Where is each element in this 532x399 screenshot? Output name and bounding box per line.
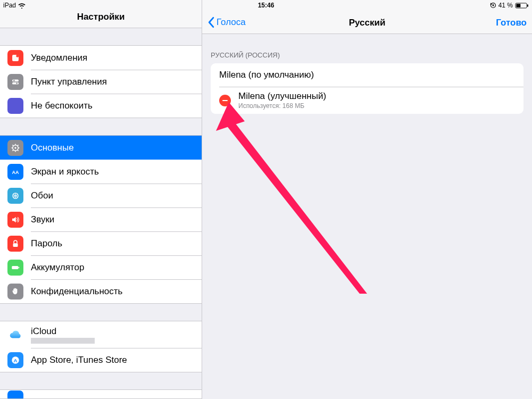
wallpaper-icon — [7, 188, 23, 204]
moon-icon — [7, 98, 23, 114]
lock-icon — [7, 236, 23, 252]
svg-text:AA: AA — [12, 169, 19, 174]
delete-icon[interactable] — [219, 95, 231, 106]
sidebar-item-appstore[interactable]: A App Store, iTunes Store — [0, 348, 202, 372]
svg-line-19 — [12, 149, 13, 151]
sidebar-item-label: iCloud — [31, 326, 95, 337]
sidebar-group-3: iCloud A App Store, iTunes Store — [0, 321, 202, 372]
svg-point-9 — [13, 80, 15, 81]
orientation-lock-icon — [490, 2, 496, 9]
battery-text: 41 % — [498, 2, 513, 9]
hand-icon — [7, 284, 23, 300]
battery-icon — [7, 260, 23, 276]
sidebar-item-control-center[interactable]: Пункт управления — [0, 70, 202, 94]
sidebar-item-wallpaper[interactable]: Обои — [0, 184, 202, 207]
sidebar-item-label: Основные — [31, 143, 194, 153]
sidebar-item-label: Экран и яркость — [31, 167, 194, 177]
icloud-account-redacted — [31, 338, 95, 344]
sidebar-item-dnd[interactable]: Не беспокоить — [0, 94, 202, 118]
sidebar-item-label: Пункт управления — [31, 77, 194, 87]
sidebar-item-label: Уведомления — [31, 53, 194, 63]
svg-rect-26 — [13, 243, 18, 247]
svg-point-12 — [14, 147, 16, 148]
sidebar-item-notifications[interactable]: Уведомления — [0, 46, 202, 70]
control-center-icon — [7, 74, 23, 90]
svg-rect-8 — [12, 82, 19, 84]
sidebar-item-battery[interactable]: Аккумулятор — [0, 255, 202, 279]
section-header: РУССКИЙ (РОССИЯ) — [202, 34, 532, 63]
svg-marker-31 — [226, 122, 367, 294]
svg-point-23 — [15, 195, 16, 196]
sidebar-item-passcode[interactable]: Пароль — [0, 231, 202, 255]
partial-icon — [7, 390, 23, 398]
sidebar-item-partial[interactable] — [0, 390, 202, 398]
cloud-icon — [7, 327, 23, 343]
sidebar-item-sounds[interactable]: Звуки — [0, 207, 202, 231]
done-button[interactable]: Готово — [496, 18, 527, 28]
voice-item-enhanced[interactable]: Milena (улучшенный) Используется: 168 МБ — [211, 87, 523, 114]
svg-rect-4 — [527, 4, 528, 7]
sidebar-item-label: Конфиденциальность — [31, 286, 194, 297]
main-panel: Голоса Русский Готово РУССКИЙ (РОССИЯ) M… — [202, 0, 532, 399]
svg-rect-3 — [516, 4, 520, 7]
voice-title: Milena (улучшенный) — [238, 91, 326, 102]
battery-icon — [515, 3, 529, 9]
settings-sidebar: Настройки Уведомления Пункт управления Н… — [0, 0, 202, 399]
svg-rect-28 — [19, 267, 20, 268]
voice-item-default[interactable]: Milena (по умолчанию) — [211, 63, 523, 87]
back-button[interactable]: Голоса — [207, 16, 246, 28]
clock: 15:46 — [258, 2, 275, 9]
svg-point-10 — [16, 82, 18, 84]
gear-icon — [7, 140, 23, 156]
notifications-icon — [7, 50, 23, 66]
device-name: iPad — [3, 2, 16, 9]
page-title: Русский — [349, 18, 386, 28]
svg-point-6 — [16, 54, 19, 57]
sidebar-group-4 — [0, 389, 202, 399]
back-label: Голоса — [217, 17, 246, 28]
voices-list: Milena (по умолчанию) Milena (улучшенный… — [211, 63, 523, 114]
sidebar-item-label: Обои — [31, 190, 194, 201]
sidebar-item-icloud[interactable]: iCloud — [0, 321, 202, 348]
sidebar-item-label: Аккумулятор — [31, 262, 194, 273]
sidebar-group-2: Основные AA Экран и яркость Обои Звуки П… — [0, 135, 202, 304]
sidebar-item-privacy[interactable]: Конфиденциальность — [0, 279, 202, 303]
chevron-left-icon — [207, 16, 214, 28]
status-bar: iPad 15:46 41 % — [0, 0, 532, 11]
sidebar-title: Настройки — [77, 12, 125, 22]
sidebar-item-general[interactable]: Основные — [0, 136, 202, 160]
voice-subtitle: Используется: 168 МБ — [238, 102, 326, 110]
sidebar-item-label: App Store, iTunes Store — [31, 355, 194, 365]
svg-rect-27 — [12, 266, 18, 269]
sidebar-item-display[interactable]: AA Экран и яркость — [0, 160, 202, 184]
svg-line-17 — [12, 145, 13, 146]
sidebar-group-1: Уведомления Пункт управления Не беспокои… — [0, 45, 202, 118]
sidebar-item-label: Звуки — [31, 214, 194, 225]
svg-text:A: A — [13, 357, 17, 363]
svg-line-18 — [18, 149, 19, 151]
appstore-icon: A — [7, 352, 23, 368]
speaker-icon — [7, 212, 23, 228]
svg-rect-7 — [12, 79, 19, 81]
sidebar-item-label: Не беспокоить — [31, 101, 194, 111]
svg-line-20 — [18, 145, 19, 146]
svg-rect-1 — [492, 5, 494, 6]
sidebar-item-label: Пароль — [31, 238, 194, 249]
display-icon: AA — [7, 164, 23, 180]
voice-title: Milena (по умолчанию) — [219, 70, 314, 80]
wifi-icon — [18, 3, 26, 9]
